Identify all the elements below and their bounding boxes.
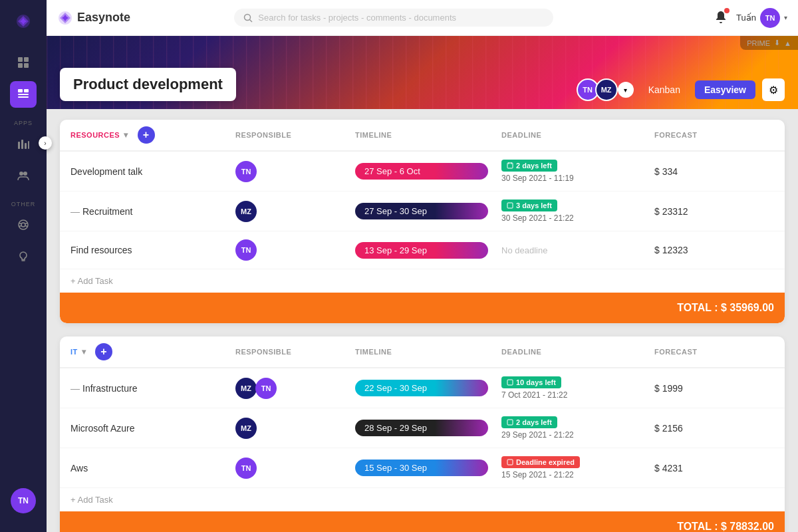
svg-rect-27 [507, 380, 513, 385]
svg-rect-28 [507, 420, 513, 425]
svg-line-22 [250, 19, 253, 22]
responsible-avatar-tn: TN [235, 161, 257, 182]
it-section-table: IT ▾ + RESPONSIBLE TIMELINE DEADLINE FOR [60, 336, 785, 532]
timeline-cell: 27 Sep - 30 Sep [355, 203, 501, 219]
search-icon [243, 13, 253, 23]
svg-rect-10 [25, 143, 27, 149]
responsible-avatar-tn: TN [255, 378, 277, 399]
search-placeholder: Search for tasks - projects - comments -… [258, 13, 456, 23]
timeline-cell: 27 Sep - 6 Oct [355, 163, 501, 180]
prime-badge: PRIME ⬇ ▲ [740, 36, 798, 50]
sidebar-item-ideas[interactable] [10, 243, 37, 270]
notification-dot [724, 8, 730, 13]
timeline-pill: 15 Sep - 30 Sep [355, 460, 488, 476]
responsible-avatar-mz: MZ [235, 418, 257, 439]
deadline-cell: 3 days left 30 Sep 2021 - 21:22 [501, 200, 654, 223]
task-name: Find resources [70, 245, 235, 255]
main-content: Easynote Search for tasks - projects - c… [47, 0, 798, 532]
days-badge: 3 days left [501, 200, 557, 211]
deadline-date: 30 Sep 2021 - 21:22 [501, 213, 654, 223]
sidebar-user-avatar[interactable]: TN [11, 488, 36, 513]
resources-collapse-arrow[interactable]: ▾ [124, 130, 128, 140]
svg-line-16 [19, 223, 22, 224]
sidebar-item-analytics[interactable] [10, 130, 37, 157]
responsible-cell: TN [235, 161, 355, 182]
project-title: Product development [60, 68, 236, 101]
table-row: Development talk TN 27 Sep - 6 Oct 2 day… [60, 152, 785, 192]
search-bar[interactable]: Search for tasks - projects - comments -… [234, 9, 553, 27]
svg-point-12 [19, 172, 23, 176]
project-header: PRIME ⬇ ▲ Product development TN MZ ▾ Ka… [47, 36, 798, 109]
table-row: Find resources TN 13 Sep - 29 Sep No dea… [60, 231, 785, 269]
responsible-avatar-mz: MZ [235, 378, 257, 399]
sidebar-item-support[interactable] [10, 211, 37, 238]
timeline-pill: 13 Sep - 29 Sep [355, 242, 488, 259]
user-chip[interactable]: Tuấn TN ▾ [736, 8, 787, 28]
avatar-expand-button[interactable]: ▾ [618, 82, 634, 98]
other-label: OTHER [0, 201, 47, 207]
responsible-cell: MZ [235, 418, 355, 439]
task-name: Aws [70, 463, 235, 473]
resources-total-row: TOTAL : $ 35969.00 [60, 293, 785, 323]
forecast-cell: $ 4231 [654, 463, 774, 473]
responsible-avatar-tn: TN [235, 239, 257, 261]
sidebar-item-grid[interactable] [10, 49, 37, 76]
resources-col-forecast: FORECAST [654, 126, 774, 144]
topnav-right: Tuấn TN ▾ [714, 8, 787, 28]
svg-rect-2 [18, 63, 23, 68]
sidebar-item-team[interactable] [10, 162, 37, 189]
task-name: Microsoft Azure [70, 423, 235, 434]
responsible-avatar-tn: TN [235, 458, 257, 479]
it-col-timeline: TIMELINE [355, 343, 501, 360]
svg-point-15 [21, 223, 25, 227]
it-collapse-arrow[interactable]: ▾ [82, 347, 86, 356]
timeline-pill: 22 Sep - 30 Sep [355, 380, 488, 396]
forecast-cell: $ 12323 [654, 245, 774, 255]
svg-rect-8 [18, 142, 20, 149]
add-task-button[interactable]: + Add Task [60, 269, 785, 293]
resources-header-row: RESOURCES ▾ + RESPONSIBLE TIMELINE DEADL… [60, 120, 785, 152]
svg-point-14 [19, 220, 28, 229]
svg-rect-23 [507, 163, 513, 168]
forecast-cell: $ 1999 [654, 383, 774, 394]
sidebar-collapse-arrow[interactable]: › [39, 136, 52, 150]
sidebar-item-active[interactable] [10, 81, 37, 108]
timeline-pill: 27 Sep - 6 Oct [355, 163, 488, 180]
resources-col-deadline: DEADLINE [501, 126, 654, 144]
sidebar: APPS OTHER TN [0, 0, 47, 532]
deadline-cell: 2 days left 29 Sep 2021 - 21:22 [501, 416, 654, 440]
collapse-header-icon[interactable]: ▲ [784, 39, 791, 47]
responsible-cell: MZ TN [235, 378, 355, 399]
responsible-cell: MZ [235, 201, 355, 222]
timeline-pill: 27 Sep - 30 Sep [355, 203, 488, 219]
project-header-controls: TN MZ ▾ Kanban Easyview ⚙ [577, 78, 785, 101]
easyview-button[interactable]: Easyview [695, 80, 755, 99]
timeline-cell: 15 Sep - 30 Sep [355, 460, 501, 476]
days-badge: 2 days left [501, 416, 557, 428]
svg-rect-9 [21, 140, 23, 149]
it-add-button[interactable]: + [95, 343, 112, 360]
resources-add-button[interactable]: + [138, 126, 155, 144]
svg-rect-26 [507, 203, 513, 208]
resources-col-responsible: RESPONSIBLE [235, 126, 355, 144]
it-add-task-button[interactable]: + Add Task [60, 488, 785, 511]
responsible-cell: TN [235, 239, 355, 261]
it-col-forecast: FORECAST [654, 343, 774, 360]
it-col-responsible: RESPONSIBLE [235, 343, 355, 360]
svg-rect-6 [18, 94, 29, 95]
table-row: —Infrastructure MZ TN 22 Sep - 30 Sep 10… [60, 368, 785, 408]
apps-label: APPS [0, 120, 47, 126]
topnav: Easynote Search for tasks - projects - c… [47, 0, 798, 36]
kanban-view-button[interactable]: Kanban [640, 80, 688, 99]
logo-area [9, 7, 38, 36]
svg-line-18 [25, 223, 28, 224]
timeline-pill: 28 Sep - 29 Sep [355, 420, 488, 436]
it-col-name: IT ▾ + [70, 343, 235, 360]
notification-icon[interactable] [714, 9, 728, 27]
task-name: —Infrastructure [70, 383, 235, 394]
svg-rect-7 [18, 96, 29, 98]
settings-button[interactable]: ⚙ [762, 78, 785, 101]
table-row: Aws TN 15 Sep - 30 Sep Deadline expired … [60, 448, 785, 488]
timeline-cell: 22 Sep - 30 Sep [355, 380, 501, 396]
deadline-date: 30 Sep 2021 - 11:19 [501, 174, 654, 183]
